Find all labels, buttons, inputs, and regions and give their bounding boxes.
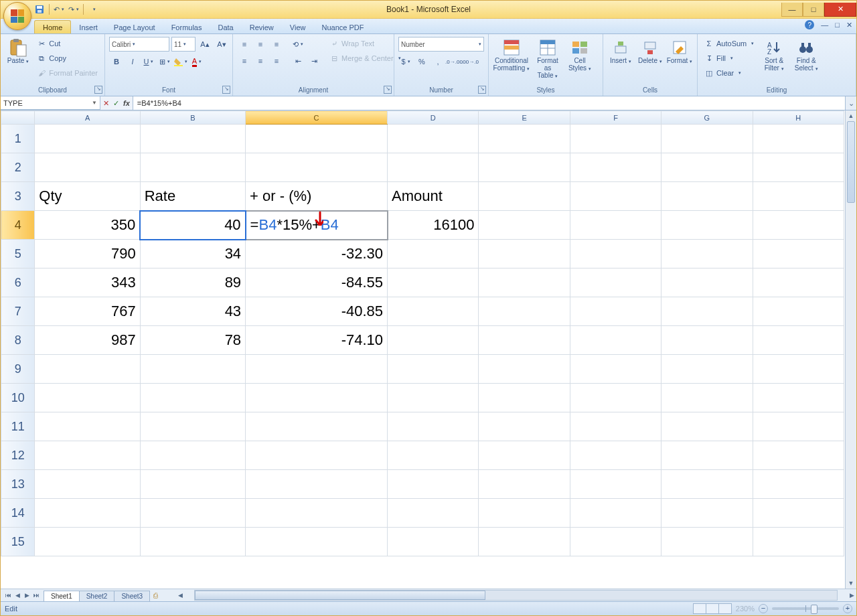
scroll-left-icon[interactable]: ◀ xyxy=(175,592,185,599)
decrease-indent-button[interactable]: ⇤ xyxy=(291,54,305,68)
cell[interactable] xyxy=(753,240,844,268)
cell[interactable] xyxy=(388,268,479,297)
row-header[interactable]: 15 xyxy=(1,528,35,556)
align-left-button[interactable]: ≡ xyxy=(237,54,252,68)
qat-customize-icon[interactable]: ▾ xyxy=(88,4,98,15)
cell[interactable] xyxy=(246,528,388,556)
cell[interactable] xyxy=(661,528,753,556)
worksheet-grid[interactable]: ABCDEFGH 123QtyRate+ or - (%)Amount43504… xyxy=(1,110,845,589)
cell[interactable] xyxy=(479,211,570,240)
cell[interactable]: 343 xyxy=(35,268,140,297)
cell[interactable]: 34 xyxy=(140,240,245,268)
scroll-down-icon[interactable]: ▼ xyxy=(846,578,856,589)
cell[interactable] xyxy=(35,528,140,556)
row-header[interactable]: 13 xyxy=(1,470,35,499)
cell[interactable]: + or - (%) xyxy=(246,182,388,211)
cell[interactable]: 78 xyxy=(140,326,245,355)
row-header[interactable]: 2 xyxy=(1,153,35,182)
cell[interactable] xyxy=(570,384,661,412)
cell[interactable] xyxy=(388,528,479,556)
cell[interactable] xyxy=(388,470,479,499)
save-icon[interactable] xyxy=(34,4,45,15)
cut-button[interactable]: ✂Cut xyxy=(34,37,100,50)
accounting-button[interactable]: $▾ xyxy=(398,54,413,69)
cell[interactable] xyxy=(140,412,245,441)
vertical-scrollbar[interactable]: ▲ ▼ xyxy=(845,110,856,589)
fill-color-button[interactable]: ▾ xyxy=(173,54,188,69)
cell[interactable] xyxy=(570,153,661,182)
cell[interactable] xyxy=(479,355,570,384)
minimize-button[interactable]: — xyxy=(781,3,803,17)
format-as-table-button[interactable]: Format as Table▾ xyxy=(533,37,562,80)
cell[interactable] xyxy=(570,297,661,326)
zoom-out-button[interactable]: − xyxy=(759,604,768,613)
cell[interactable] xyxy=(140,528,245,556)
cell[interactable] xyxy=(140,470,245,499)
cell[interactable]: Rate xyxy=(140,182,245,211)
copy-button[interactable]: ⧉Copy xyxy=(34,52,100,65)
number-dialog-launcher[interactable]: ↘ xyxy=(478,86,486,94)
cell[interactable] xyxy=(570,441,661,470)
wrap-text-button[interactable]: ⤶Wrap Text xyxy=(327,37,404,50)
number-format-combo[interactable]: Number▾ xyxy=(398,37,484,52)
cell[interactable] xyxy=(753,384,844,412)
redo-icon[interactable]: ↷▾ xyxy=(68,4,79,15)
clipboard-dialog-launcher[interactable]: ↘ xyxy=(94,86,102,94)
cell[interactable] xyxy=(140,125,245,153)
cell[interactable] xyxy=(479,499,570,528)
cell[interactable] xyxy=(246,412,388,441)
cell[interactable] xyxy=(35,384,140,412)
align-bottom-button[interactable]: ≡ xyxy=(269,37,284,52)
cell[interactable] xyxy=(753,441,844,470)
cell[interactable] xyxy=(661,441,753,470)
align-right-button[interactable]: ≡ xyxy=(269,54,284,68)
cell[interactable]: -32.30 xyxy=(246,240,388,268)
cell[interactable]: 987 xyxy=(35,326,140,355)
cell[interactable]: Amount xyxy=(388,182,479,211)
horizontal-scrollbar[interactable]: ◀ ▶ xyxy=(175,590,856,601)
cell[interactable] xyxy=(753,326,844,355)
cell[interactable] xyxy=(479,153,570,182)
cell[interactable] xyxy=(570,470,661,499)
mdi-minimize-button[interactable]: — xyxy=(821,21,828,29)
alignment-dialog-launcher[interactable]: ↘ xyxy=(384,86,392,94)
increase-decimal-button[interactable]: .0→.00 xyxy=(447,54,461,69)
row-header[interactable]: 12 xyxy=(1,441,35,470)
cell[interactable] xyxy=(140,441,245,470)
cell[interactable] xyxy=(570,182,661,211)
cell[interactable] xyxy=(570,355,661,384)
cell[interactable] xyxy=(35,125,140,153)
cell[interactable] xyxy=(753,211,844,240)
sheet-tab[interactable]: Sheet2 xyxy=(79,591,115,601)
sheet-nav-next-icon[interactable]: ▶ xyxy=(22,592,31,599)
cell[interactable] xyxy=(479,528,570,556)
insert-function-icon[interactable]: fx xyxy=(123,99,130,107)
row-header[interactable]: 9 xyxy=(1,355,35,384)
cell[interactable] xyxy=(570,211,661,240)
cell[interactable] xyxy=(140,153,245,182)
column-header[interactable]: G xyxy=(661,111,753,125)
enter-formula-icon[interactable]: ✓ xyxy=(113,99,119,108)
cell[interactable] xyxy=(388,297,479,326)
format-cells-button[interactable]: Format▾ xyxy=(666,37,693,65)
cell[interactable] xyxy=(479,441,570,470)
cell[interactable] xyxy=(388,125,479,153)
font-size-combo[interactable]: 11▾ xyxy=(171,37,196,52)
cell[interactable] xyxy=(479,326,570,355)
cell[interactable] xyxy=(661,240,753,268)
cell-styles-button[interactable]: Cell Styles▾ xyxy=(565,37,595,72)
formula-input[interactable]: =B4*15%+B4 xyxy=(133,96,845,110)
cell[interactable] xyxy=(661,182,753,211)
cell[interactable] xyxy=(661,326,753,355)
font-color-button[interactable]: A▾ xyxy=(189,54,204,69)
italic-button[interactable]: I xyxy=(125,54,140,69)
tab-insert[interactable]: Insert xyxy=(71,21,106,33)
font-name-combo[interactable]: Calibri▾ xyxy=(109,37,169,52)
orientation-button[interactable]: ⟲▾ xyxy=(291,37,305,52)
cell[interactable] xyxy=(570,125,661,153)
column-header[interactable]: B xyxy=(140,111,245,125)
row-header[interactable]: 7 xyxy=(1,297,35,326)
row-header[interactable]: 3 xyxy=(1,182,35,211)
tab-nuance-pdf[interactable]: Nuance PDF xyxy=(313,21,372,33)
cell[interactable] xyxy=(570,326,661,355)
